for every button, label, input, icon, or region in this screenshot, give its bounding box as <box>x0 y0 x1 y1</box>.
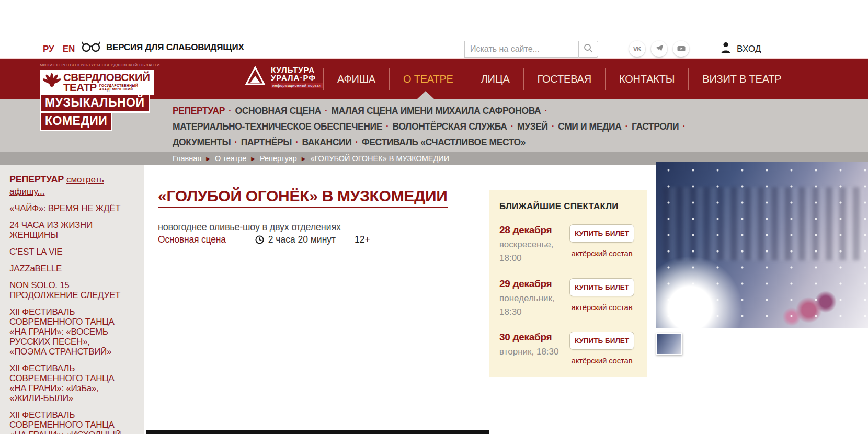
sidebar-item-festival-1[interactable]: XII ФЕСТИВАЛЬ СОВРЕМЕННОГО ТАНЦА «НА ГРА… <box>9 307 125 357</box>
submenu-mto[interactable]: МАТЕРИАЛЬНО-ТЕХНИЧЕСКОЕ ОБЕСПЕЧЕНИЕ <box>173 121 382 132</box>
menu-item-litsa[interactable]: ЛИЦА <box>467 73 523 85</box>
submenu-partnery[interactable]: ПАРТНЁРЫ <box>241 137 292 147</box>
login-button[interactable]: ВХОД <box>721 42 761 56</box>
menu-item-kontakty[interactable]: КОНТАКТЫ <box>606 73 688 85</box>
sidebar-item-festival-3[interactable]: XII ФЕСТИВАЛЬ СОВРЕМЕННОГО ТАНЦА «НА ГРА… <box>9 410 125 434</box>
show-row: 29 декабря понедельник, 18:30 КУПИТЬ БИЛ… <box>499 278 636 319</box>
separator-dot: · <box>234 137 237 147</box>
sidebar-item-non-solo[interactable]: NON SOLO. 15 ПРОДОЛЖЕНИЕ СЛЕДУЕТ <box>9 280 125 300</box>
separator-dot: · <box>552 121 554 132</box>
vk-icon: VK <box>633 45 642 53</box>
menu-item-o-teatre[interactable]: О ТЕАТРЕ <box>390 73 467 85</box>
show-duration: 2 часа 20 минут <box>268 234 336 245</box>
breadcrumb-about[interactable]: О театре <box>215 154 246 163</box>
buy-ticket-button[interactable]: КУПИТЬ БИЛЕТ <box>569 332 634 350</box>
breadcrumb-arrow-icon: ▶ <box>302 156 306 162</box>
search-icon <box>584 43 593 55</box>
show-meta: Основная сцена 2 часа 20 минут 12+ <box>158 234 370 245</box>
social-links: VK <box>629 41 689 57</box>
cast-link[interactable]: актёрский состав <box>572 356 633 365</box>
sidebar-item-24-chasa[interactable]: 24 ЧАСА ИЗ ЖИЗНИ ЖЕНЩИНЫ <box>9 220 125 240</box>
show-time: 18:30 <box>499 305 555 319</box>
separator-dot: · <box>229 106 231 116</box>
video-embed-top[interactable] <box>146 430 489 434</box>
telegram-button[interactable] <box>651 41 667 57</box>
submenu-volonterskaya[interactable]: ВОЛОНТЁРСКАЯ СЛУЖБА <box>392 121 507 132</box>
cast-link[interactable]: актёрский состав <box>572 249 633 258</box>
production-photo[interactable] <box>656 162 868 328</box>
youtube-icon <box>677 44 686 54</box>
show-weekday: понедельник, <box>499 292 555 305</box>
kultura-urala-logo[interactable]: КУЛЬТУРА УРАЛА·РФ информационный портал <box>245 65 323 88</box>
show-weekday: воскресенье, <box>499 238 554 252</box>
submenu-smi[interactable]: СМИ И МЕДИА <box>558 121 621 132</box>
menu-item-gostevaya[interactable]: ГОСТЕВАЯ <box>524 73 605 85</box>
buy-ticket-button[interactable]: КУПИТЬ БИЛЕТ <box>569 278 634 296</box>
sidebar-heading: РЕПЕРТУАР <box>9 174 64 185</box>
top-bar: РУ EN ВЕРСИЯ ДЛЯ СЛАБОВИДЯЩИХ <box>0 0 868 59</box>
production-photo-thumbnail[interactable] <box>656 333 682 355</box>
show-row: 28 декабря воскресенье, 18:00 КУПИТЬ БИЛ… <box>499 224 636 266</box>
accessibility-label: ВЕРСИЯ ДЛЯ СЛАБОВИДЯЩИХ <box>106 42 244 53</box>
accessibility-version-button[interactable]: ВЕРСИЯ ДЛЯ СЛАБОВИДЯЩИХ <box>82 41 244 54</box>
submenu-muzey[interactable]: МУЗЕЙ <box>517 121 548 132</box>
show-date: 29 декабря <box>499 278 555 290</box>
telegram-icon <box>655 44 664 54</box>
vk-button[interactable]: VK <box>629 41 645 57</box>
show-date: 30 декабря <box>499 332 558 343</box>
kultura-line1: КУЛЬТУРА <box>271 66 323 74</box>
logo-status2: АКАДЕМИЧЕСКИЙ <box>99 87 138 91</box>
show-row: 30 декабря вторник, 18:30 КУПИТЬ БИЛЕТ а… <box>499 332 636 366</box>
breadcrumb-arrow-icon: ▶ <box>206 156 210 162</box>
submenu-dokumenty[interactable]: ДОКУМЕНТЫ <box>173 137 231 147</box>
breadcrumb-repertoire[interactable]: Репертуар <box>260 154 297 163</box>
cast-link[interactable]: актёрский состав <box>572 303 633 312</box>
buy-ticket-button[interactable]: КУПИТЬ БИЛЕТ <box>569 224 634 243</box>
separator-dot: · <box>325 106 327 116</box>
submenu-festival[interactable]: ФЕСТИВАЛЬ «СЧАСТЛИВОЕ МЕСТО» <box>362 137 526 147</box>
language-switcher: РУ EN <box>43 44 75 54</box>
sidebar-item-festival-2[interactable]: XII ФЕСТИВАЛЬ СОВРЕМЕННОГО ТАНЦА «НА ГРА… <box>9 363 125 403</box>
menu-item-afisha[interactable]: АФИША <box>324 73 389 85</box>
site-search <box>464 41 598 58</box>
theater-logo[interactable]: МИНИСТЕРСТВО КУЛЬТУРЫ СВЕРДЛОВСКОЙ ОБЛАС… <box>40 63 160 131</box>
search-button[interactable] <box>578 41 598 58</box>
youtube-button[interactable] <box>673 41 689 57</box>
separator-dot: · <box>386 121 389 132</box>
breadcrumb-home[interactable]: Главная <box>173 154 201 163</box>
page: РУ EN ВЕРСИЯ ДЛЯ СЛАБОВИДЯЩИХ <box>0 0 868 434</box>
logo-line3: МУЗЫКАЛЬНОЙ <box>41 95 149 111</box>
submenu-repertuar[interactable]: РЕПЕРТУАР <box>173 106 225 116</box>
lang-ru-button[interactable]: РУ <box>43 44 54 54</box>
upcoming-shows-panel: БЛИЖАЙШИЕ СПЕКТАКЛИ 28 декабря воскресен… <box>489 190 647 377</box>
ministry-label: МИНИСТЕРСТВО КУЛЬТУРЫ СВЕРДЛОВСКОЙ ОБЛАС… <box>40 63 160 67</box>
kultura-line2: УРАЛА·РФ <box>271 74 323 82</box>
sidebar-item-jazzabelle[interactable]: JAZZaBELLE <box>9 264 125 273</box>
separator-dot: · <box>625 121 628 132</box>
show-time: 18:00 <box>499 252 554 265</box>
repertoire-sidebar: РЕПЕРТУАР смотреть афишу... «ЧАЙФ»: ВРЕМ… <box>0 165 144 434</box>
submenu-vakansii[interactable]: ВАКАНСИИ <box>302 137 351 147</box>
submenu-malaya-scena[interactable]: МАЛАЯ СЦЕНА ИМЕНИ МИХАИЛА САФРОНОВА <box>332 106 541 116</box>
theater-emblem-icon <box>43 72 61 92</box>
age-rating-badge: 12+ <box>355 234 370 245</box>
submenu-gastroli[interactable]: ГАСТРОЛИ <box>632 121 679 132</box>
search-input[interactable] <box>464 41 578 58</box>
separator-dot: · <box>295 137 298 147</box>
lang-en-button[interactable]: EN <box>63 44 75 54</box>
separator-dot: · <box>544 106 547 116</box>
main-menu: АФИША О ТЕАТРЕ ЛИЦА ГОСТЕВАЯ КОНТАКТЫ ВИ… <box>323 59 795 99</box>
sidebar-item-cest-la-vie[interactable]: C'EST LA VIE <box>9 247 125 257</box>
logo-line2: ТЕАТР <box>63 82 97 92</box>
menu-item-vizit-v-teatr[interactable]: ВИЗИТ В ТЕАТР <box>689 73 795 85</box>
clock-icon <box>255 235 264 244</box>
kultura-tagline: информационный портал <box>271 83 323 88</box>
show-date: 28 декабря <box>499 224 554 236</box>
glasses-icon <box>82 41 101 54</box>
stage-link[interactable]: Основная сцена <box>158 234 226 245</box>
separator-dot: · <box>355 137 358 147</box>
kultura-triangle-icon <box>245 65 266 88</box>
sidebar-item-chayf[interactable]: «ЧАЙФ»: ВРЕМЯ НЕ ЖДЁТ <box>9 203 125 213</box>
login-label: ВХОД <box>737 44 761 54</box>
submenu-osnovnaya-scena[interactable]: ОСНОВНАЯ СЦЕНА <box>235 106 321 116</box>
